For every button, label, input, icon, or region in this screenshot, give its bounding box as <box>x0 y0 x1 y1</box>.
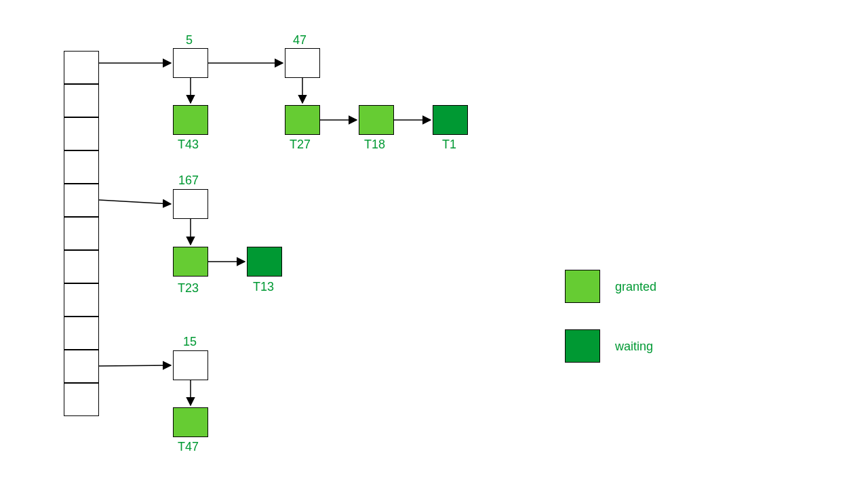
hash-row <box>64 51 99 84</box>
lock-label: T27 <box>290 138 311 152</box>
bucket-key-label: 5 <box>186 33 193 47</box>
hash-row <box>64 283 99 317</box>
arrows-layer <box>0 0 868 488</box>
lock-label: T1 <box>442 138 456 152</box>
hash-row <box>64 117 99 150</box>
lock-node-granted <box>173 105 208 135</box>
hash-row <box>64 317 99 350</box>
legend-label-waiting: waiting <box>615 340 653 354</box>
lock-node-granted <box>285 105 320 135</box>
lock-label: T23 <box>178 281 199 296</box>
bucket-node <box>173 189 208 219</box>
lock-node-waiting <box>433 105 468 135</box>
lock-label: T43 <box>178 138 199 152</box>
hash-row <box>64 84 99 117</box>
diagram-stage: 5 T43 47 T27 T18 T1 167 T23 T13 15 T47 g… <box>0 0 868 488</box>
hash-row <box>64 383 99 416</box>
hash-row <box>64 184 99 217</box>
lock-label: T18 <box>364 138 385 152</box>
legend-label-granted: granted <box>615 280 656 294</box>
legend-swatch-granted <box>565 270 600 303</box>
bucket-key-label: 167 <box>178 174 199 188</box>
lock-node-granted <box>359 105 394 135</box>
svg-line-6 <box>99 200 171 204</box>
lock-node-waiting <box>247 247 282 277</box>
bucket-node <box>173 350 208 380</box>
hash-row <box>64 350 99 383</box>
bucket-key-label: 15 <box>183 335 197 349</box>
lock-label: T13 <box>253 280 274 294</box>
hash-row <box>64 150 99 184</box>
lock-node-granted <box>173 247 208 277</box>
svg-line-9 <box>99 365 171 366</box>
lock-node-granted <box>173 407 208 437</box>
hash-row <box>64 250 99 283</box>
hash-row <box>64 217 99 250</box>
legend-swatch-waiting <box>565 329 600 363</box>
bucket-node <box>173 48 208 78</box>
bucket-node <box>285 48 320 78</box>
bucket-key-label: 47 <box>293 33 307 47</box>
lock-label: T47 <box>178 440 199 454</box>
